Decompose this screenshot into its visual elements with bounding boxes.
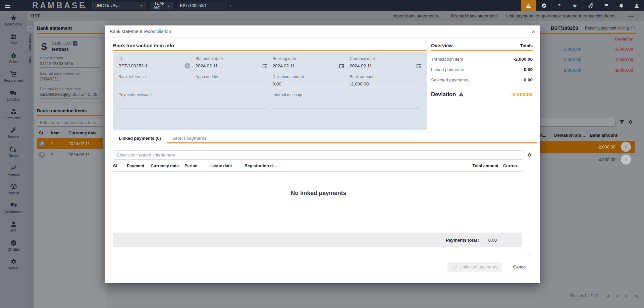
field-approved-by: Approved by <box>196 74 267 88</box>
company-select[interactable]: TEM-NO∨ <box>151 2 173 9</box>
deviation-column-header: Deviation <box>593 37 633 42</box>
field-internal-message: Internal message <box>273 93 422 109</box>
linked-payments-search-input[interactable] <box>113 150 524 160</box>
sidebar-item-finance[interactable]: Finance <box>0 165 27 183</box>
filter-icon[interactable] <box>619 120 625 126</box>
record-count: Record 1 - 2 / 2 <box>570 294 598 298</box>
calendar-icon[interactable] <box>339 63 344 68</box>
summary-amount: 8,000.00 <box>541 68 581 73</box>
task-list-icon[interactable] <box>598 0 613 11</box>
empty-state-text: No linked payments <box>113 190 524 197</box>
close-icon[interactable]: × <box>532 29 535 35</box>
field-id: ID BST/100253-12 <box>118 56 190 70</box>
alerts-icon[interactable] <box>521 0 536 11</box>
overview-transaction-item: Transaction item -2,000.00 <box>431 57 533 62</box>
transaction-row-1[interactable]: 2 1 2024.02.11 <box>37 138 103 149</box>
status-count-badge: 2 <box>631 26 636 30</box>
warning-icon <box>459 92 464 97</box>
sidebar-item-product[interactable]: Product <box>0 183 27 202</box>
sidebar-item-service[interactable]: Service <box>0 127 27 146</box>
next-page-icon[interactable] <box>625 294 629 298</box>
notifications-bell-icon[interactable] <box>613 0 629 11</box>
first-page-icon[interactable] <box>605 294 609 298</box>
cancel-button[interactable]: Cancel <box>513 264 527 269</box>
totals-label: Totals <box>520 43 533 48</box>
overview-title: Overview <box>431 43 453 48</box>
field-booking-date: Booking date 2024.02.11 <box>273 56 344 70</box>
field-currency-date: Currency date 2024.02.11 <box>350 56 421 70</box>
last-page-icon[interactable] <box>635 294 638 298</box>
overview-linked-payments: Linked payments 0.00 <box>431 67 533 72</box>
sidebar-item-hr[interactable]: HR <box>0 221 27 240</box>
sidebar-item-logistics[interactable]: Logistics <box>0 89 27 108</box>
chat-bubbles-icon <box>10 202 17 209</box>
transaction-row-2[interactable]: 2 2 2024.02.11 <box>37 149 103 160</box>
summary-deviation: -6,000.00 <box>593 47 633 52</box>
prev-page-icon[interactable] <box>615 294 619 298</box>
discard-bank-statement-action[interactable]: Discard bank statement <box>451 13 497 18</box>
dialog-buttons: Unlink all payments Cancel <box>447 262 527 272</box>
attachment-icon[interactable] <box>582 0 598 11</box>
calendar-icon[interactable] <box>262 63 267 68</box>
summary-deviation: -2,000.00 <box>593 57 633 62</box>
grid-settings-gear-icon[interactable] <box>628 119 633 126</box>
info-section-title: Bank transaction item info <box>113 43 174 48</box>
sidebar-item-rental[interactable]: $ Rental <box>0 146 27 165</box>
chevron-down-icon: ▼ <box>140 4 143 7</box>
sidebar-item-bookmarks[interactable]: Bookmarks <box>0 14 27 33</box>
calendar-icon[interactable] <box>416 63 421 68</box>
sidebar-item-collaboration[interactable]: Collaboration <box>0 202 27 221</box>
bank-dollar-icon: $ <box>40 41 48 52</box>
unlink-all-payments-button[interactable]: Unlink all payments <box>447 262 502 272</box>
cart-icon <box>10 71 17 78</box>
sidebar-item-qhses[interactable]: QHSES <box>0 240 27 258</box>
expand-rail-icon[interactable]: › <box>27 25 33 32</box>
topbar-icon-strip: ? ★ <box>521 0 644 11</box>
menu-icon[interactable] <box>0 0 15 11</box>
tab-select-payments[interactable]: Select payments <box>167 134 213 142</box>
collapse-search-icon[interactable]: ‹ <box>228 2 233 9</box>
cubes-icon <box>10 108 17 115</box>
linked-payments-settings-gear-icon[interactable] <box>527 152 532 159</box>
open-row-arrow-icon[interactable]: › <box>621 142 631 152</box>
link-payments-action[interactable]: Link payments to open bank statement tra… <box>506 13 619 18</box>
sidebar-item-procurement[interactable]: Procurement <box>0 71 27 89</box>
quality-badge-icon[interactable] <box>536 0 551 11</box>
status-badge: 2 <box>39 152 45 158</box>
id-status-badge: 2 <box>184 63 190 69</box>
environment-select[interactable]: JHC DevSys▼ <box>92 2 146 9</box>
panel-title: Bank statement <box>37 25 103 34</box>
field-payment-message: Payment message <box>118 93 267 109</box>
col-deviation-amount: Deviation am... <box>554 133 585 138</box>
chart-line-icon <box>10 165 17 172</box>
rambase-logo: RAMBASE <box>32 1 86 10</box>
seal-check-icon <box>10 240 17 247</box>
sidebar-item-production[interactable]: Production <box>0 108 27 127</box>
open-row-arrow-icon[interactable]: › <box>621 155 631 165</box>
status-badge: 2 <box>39 141 45 147</box>
open-link-icon[interactable]: ↗ <box>73 41 77 46</box>
transaction-items-search-input[interactable] <box>37 119 103 127</box>
prev-page-icon[interactable]: ‹ <box>522 251 524 257</box>
global-search-input[interactable] <box>177 2 226 9</box>
context-toolbar: BST Import bank statements... Discard ba… <box>27 11 644 21</box>
tab-linked-payments[interactable]: Linked payments (0) <box>113 134 167 143</box>
box-icon <box>10 183 17 190</box>
help-icon[interactable]: ? <box>551 0 567 11</box>
import-bank-statements-action[interactable]: Import bank statements... <box>392 13 442 18</box>
chevron-down-icon: ∨ <box>167 4 170 7</box>
person-icon <box>10 221 17 228</box>
more-actions-icon[interactable]: ••• <box>628 13 634 18</box>
internal-ref-field: Internal bank reference 20240211 <box>40 71 100 83</box>
profile-icon[interactable] <box>629 0 644 11</box>
bank-statements-rail: › Bank statements <box>27 21 34 308</box>
money-bag-icon: $ <box>10 52 17 59</box>
favorites-icon[interactable]: ★ <box>567 0 582 11</box>
bank-transaction-items-title: Bank transaction items <box>37 108 103 116</box>
sidebar-item-admin[interactable]: Admin <box>0 258 27 277</box>
summary-deviation: -8,000.00 <box>593 68 633 73</box>
overview-deviation: Deviation -2,000.00 <box>431 91 533 98</box>
sidebar-item-sales[interactable]: $ Sales <box>0 52 27 71</box>
sidebar-item-crm[interactable]: CRM <box>0 33 27 52</box>
next-page-icon[interactable]: › <box>529 251 531 257</box>
